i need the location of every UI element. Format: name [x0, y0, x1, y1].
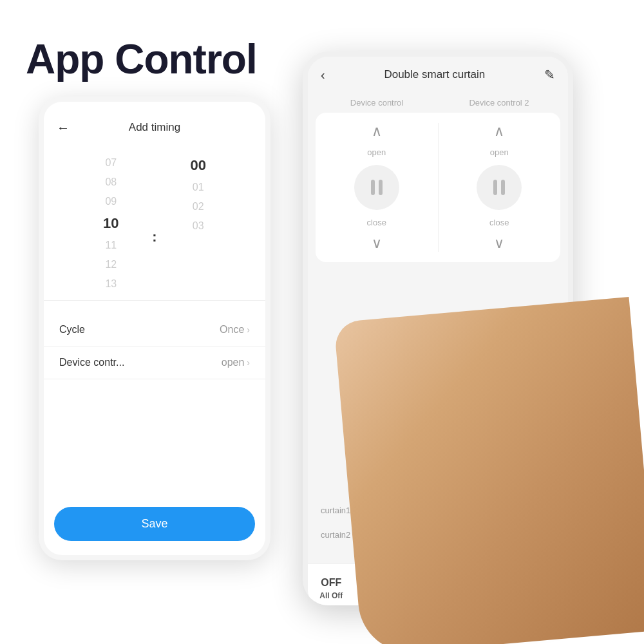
hour-12: 12	[72, 255, 149, 274]
col1-pause-icon	[371, 180, 383, 195]
device-control-row[interactable]: Device contr... open ›	[44, 346, 265, 379]
col1-header: Device control	[316, 98, 438, 108]
back-button[interactable]: ←	[57, 120, 70, 135]
cycle-value: Once ›	[220, 324, 250, 336]
col2-down-arrow[interactable]: ∨	[494, 235, 504, 252]
time-colon: :	[149, 180, 159, 294]
hour-10: 10	[72, 211, 149, 236]
save-button-area: Save	[54, 507, 255, 541]
curtain-title: Double smart curtain	[384, 68, 485, 81]
all-off-label: All Off	[319, 591, 343, 600]
hour-col[interactable]: 07 08 09 10 11 12 13	[72, 153, 149, 294]
cycle-label: Cycle	[59, 324, 85, 336]
col2-pause-icon	[493, 180, 505, 195]
hour-07: 07	[72, 153, 149, 173]
col1-open-label: open	[367, 147, 386, 157]
minute-03: 03	[160, 216, 237, 236]
curtain-edit-button[interactable]: ✎	[544, 67, 555, 82]
hour-11: 11	[72, 236, 149, 255]
all-off-icon: OFF	[321, 577, 341, 589]
minute-02: 02	[160, 197, 237, 216]
hour-09: 09	[72, 192, 149, 211]
col2-open-label: open	[490, 147, 509, 157]
control-col-2: ∧ open close ∨	[449, 123, 551, 252]
col1-pause-button[interactable]	[354, 165, 399, 210]
timing-title: Add timing	[129, 121, 180, 134]
time-picker[interactable]: 07 08 09 10 11 12 13 : 00 01 02 03	[44, 147, 265, 301]
device-value: open ›	[222, 357, 250, 368]
controls-divider	[438, 123, 439, 252]
col2-close-label: close	[489, 218, 509, 227]
controls-area: ∧ open close ∨ ∧ open	[316, 113, 560, 262]
hand-overlay	[334, 297, 644, 644]
col1-close-label: close	[367, 218, 386, 227]
col2-up-arrow[interactable]: ∧	[494, 123, 504, 140]
col2-pause-button[interactable]	[477, 165, 522, 210]
control-column-headers: Device control Device control 2	[308, 93, 568, 113]
hour-13: 13	[72, 274, 149, 294]
minute-00: 00	[160, 153, 237, 178]
all-off-button[interactable]: OFF All Off	[319, 577, 343, 600]
minute-01: 01	[160, 178, 237, 197]
control-col-1: ∧ open close ∨	[326, 123, 428, 252]
col1-up-arrow[interactable]: ∧	[372, 123, 382, 140]
minute-col[interactable]: 00 01 02 03	[160, 153, 237, 294]
hour-08: 08	[72, 173, 149, 192]
curtain-back-button[interactable]: ‹	[321, 68, 325, 82]
page-title: App Control	[26, 35, 257, 83]
save-button[interactable]: Save	[54, 507, 255, 541]
col2-header: Device control 2	[438, 98, 560, 108]
curtain-header: ‹ Double smart curtain ✎	[308, 57, 568, 93]
timing-header: ← Add timing	[44, 115, 265, 140]
col1-down-arrow[interactable]: ∨	[372, 235, 382, 252]
phone-left: ← Add timing 07 08 09 10 11 12 13 : 00 0…	[39, 97, 270, 560]
cycle-row[interactable]: Cycle Once ›	[44, 314, 265, 346]
device-label: Device contr...	[59, 357, 124, 368]
